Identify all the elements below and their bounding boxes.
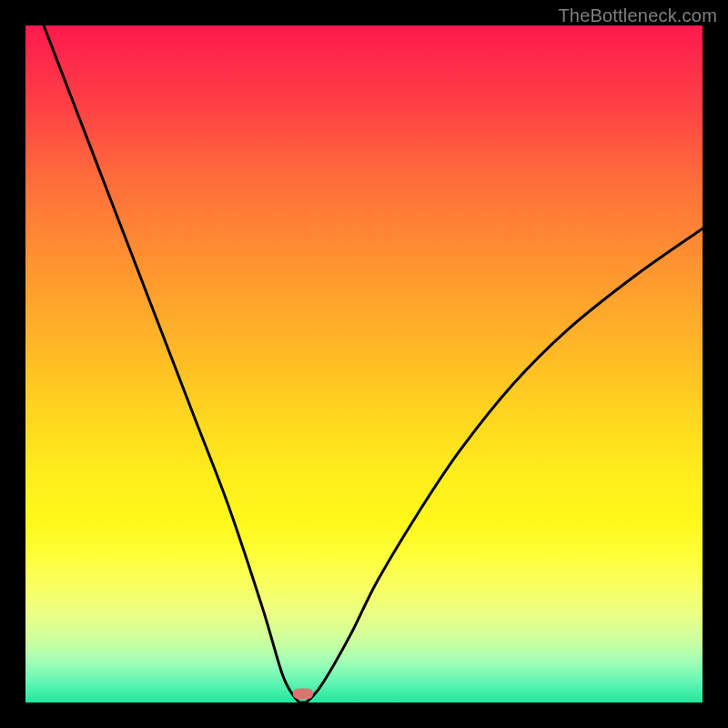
chart-frame: TheBottleneck.com <box>0 0 728 728</box>
watermark-text: TheBottleneck.com <box>558 5 717 26</box>
optimal-marker <box>25 25 703 703</box>
plot-area <box>25 25 703 703</box>
svg-rect-0 <box>293 688 313 699</box>
